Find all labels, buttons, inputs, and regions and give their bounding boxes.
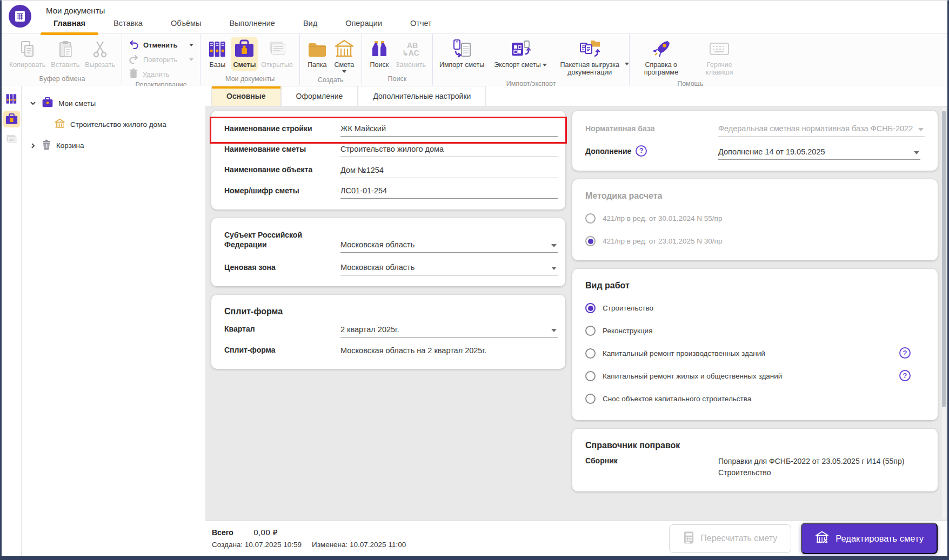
- card-calculation-method: Методика расчета 421/пр в ред. от 30.01.…: [572, 179, 938, 260]
- ribbon-group-search: Поиск AB↳AC Заменить Поиск: [362, 34, 432, 85]
- export-estimate-button[interactable]: Экспорт сметы: [492, 37, 549, 71]
- batch-export-button[interactable]: Пакетная выгрузка документации: [554, 37, 625, 79]
- export-dropdown-caret[interactable]: [543, 64, 547, 66]
- create-estimate-dropdown-caret[interactable]: [342, 70, 346, 73]
- paste-button[interactable]: Вставить: [49, 37, 82, 71]
- strip-opened-button[interactable]: [3, 131, 20, 148]
- work-type-option-demolition[interactable]: Снос объектов капитального строительства: [585, 394, 920, 404]
- method-option-1[interactable]: 421/пр в ред. от 30.01.2024 N 55/пр: [585, 213, 920, 224]
- help-icon[interactable]: ?: [899, 370, 911, 381]
- copy-button[interactable]: Копировать: [7, 37, 48, 71]
- method-option-2[interactable]: 421/пр в ред. от 23.01.2025 N 30/пр: [585, 236, 920, 246]
- tab-general[interactable]: Основные: [211, 86, 281, 106]
- help-icon[interactable]: ?: [636, 145, 647, 157]
- radio-checked-icon[interactable]: [585, 303, 596, 313]
- strip-bases-button[interactable]: [3, 90, 20, 107]
- normative-base-select: Федеральная сметная нормативная база ФСН…: [718, 124, 925, 137]
- group-caption-create: Создать: [304, 76, 357, 86]
- collection-label: Сборник: [585, 456, 718, 465]
- undo-dropdown-caret[interactable]: [189, 44, 193, 46]
- calculator-icon: [683, 531, 694, 546]
- replace-icon: AB↳AC: [402, 39, 419, 59]
- calculation-method-title: Методика расчета: [585, 191, 920, 201]
- menu-tab-main[interactable]: Главная: [39, 15, 99, 33]
- menu-tab-operations[interactable]: Операции: [331, 15, 396, 33]
- radio-icon[interactable]: [585, 371, 596, 381]
- menu-tab-view[interactable]: Вид: [289, 15, 331, 33]
- edit-estimate-button[interactable]: Редактировать смету: [801, 523, 938, 554]
- radio-icon[interactable]: [585, 213, 596, 224]
- app-header: Мои документы Главная Вставка Объёмы Вып…: [2, 1, 947, 33]
- ribbon-group-editing: Отменить Повторить Удалить Редактировани…: [122, 34, 201, 85]
- supplement-select[interactable]: Дополнение 14 от 19.05.2025: [718, 147, 920, 160]
- work-type-option-reconstruction[interactable]: Реконструкция: [585, 326, 920, 336]
- tree-item-my-estimates[interactable]: Мои сметы: [22, 92, 205, 114]
- bases-icon: [5, 92, 18, 105]
- about-button[interactable]: Справка о программе: [634, 37, 688, 79]
- recalculate-button[interactable]: Пересчитать смету: [669, 524, 791, 553]
- chevron-down-icon: [551, 267, 557, 270]
- split-form-label: Сплит-форма: [224, 345, 340, 358]
- subject-select[interactable]: Московская область: [340, 240, 558, 253]
- chevron-down-icon: [551, 244, 557, 247]
- estimates-button[interactable]: Сметы: [231, 37, 258, 71]
- total-value: 0,00 ₽: [253, 528, 278, 537]
- redo-dropdown-caret[interactable]: [189, 58, 193, 61]
- radio-icon[interactable]: [585, 348, 596, 359]
- app-title: Мои документы: [46, 6, 105, 15]
- replace-button[interactable]: AB↳AC Заменить: [393, 37, 428, 71]
- delete-button[interactable]: Удалить: [126, 68, 196, 80]
- radio-icon[interactable]: [585, 394, 596, 404]
- estimate-name-input[interactable]: Строительство жилого дома: [340, 145, 558, 157]
- radio-icon[interactable]: [585, 326, 596, 336]
- object-name-label: Наименование объекта: [224, 165, 340, 178]
- import-estimate-button[interactable]: Импорт сметы: [437, 37, 486, 71]
- help-icon[interactable]: ?: [899, 347, 911, 359]
- redo-button[interactable]: Повторить: [126, 53, 196, 66]
- estimate-code-input[interactable]: ЛС01-01-254: [340, 186, 558, 199]
- undo-button[interactable]: Отменить: [126, 38, 196, 51]
- card-corrections: Справочник поправок Сборник Поправки для…: [572, 429, 938, 491]
- estimate-name-label: Наименование сметы: [224, 144, 340, 157]
- group-caption-clipboard: Буфер обмена: [7, 75, 117, 85]
- chevron-down-icon[interactable]: [29, 100, 37, 106]
- tree-item-trash[interactable]: Корзина: [22, 135, 205, 156]
- binoculars-icon: [369, 39, 390, 59]
- cut-button[interactable]: Вырезать: [83, 37, 117, 71]
- create-estimate-button[interactable]: Смета: [331, 37, 357, 76]
- documents-icon: [5, 134, 18, 145]
- price-zone-select[interactable]: Московская область: [340, 263, 558, 275]
- menu-tab-execution[interactable]: Выполнение: [216, 15, 289, 33]
- menu-tab-report[interactable]: Отчет: [396, 15, 446, 33]
- briefcase-icon: [42, 97, 54, 110]
- tab-additional-settings[interactable]: Дополнительные настройки: [358, 86, 486, 106]
- group-caption-search: Поиск: [366, 75, 428, 85]
- search-button[interactable]: Поиск: [366, 37, 392, 71]
- bases-button[interactable]: Базы: [205, 37, 230, 71]
- vertical-scrollbar[interactable]: [942, 107, 946, 519]
- quarter-select[interactable]: 2 квартал 2025г.: [340, 325, 558, 338]
- work-type-option-construction[interactable]: Строительство: [585, 303, 920, 313]
- tab-appearance[interactable]: Оформление: [281, 86, 358, 106]
- opened-button[interactable]: Открытые: [259, 37, 295, 71]
- work-type-option-residential-repair[interactable]: Капитальный ремонт жилых и общественных …: [585, 371, 920, 381]
- strip-estimates-button[interactable]: [3, 111, 20, 127]
- create-folder-button[interactable]: Папка: [304, 37, 330, 71]
- scrollbar-thumb[interactable]: [942, 111, 946, 407]
- menu-tab-volumes[interactable]: Объёмы: [157, 15, 216, 33]
- hotkeys-button[interactable]: Горячие клавиши: [692, 37, 746, 79]
- ribbon-group-help: Справка о программе Горячие клавиши Помо…: [629, 34, 751, 85]
- undo-icon: [129, 39, 139, 51]
- chevron-down-icon: [551, 329, 557, 332]
- chevron-down-icon: [914, 151, 919, 154]
- work-type-option-industrial-repair[interactable]: Капитальный ремонт производственных здан…: [585, 348, 920, 359]
- construction-name-input[interactable]: ЖК Майский: [340, 124, 558, 137]
- documents-tree: Мои сметы Строительство жилого дома Корз…: [22, 86, 205, 556]
- content-area: Основные Оформление Дополнительные настр…: [205, 86, 947, 556]
- radio-checked-icon[interactable]: [585, 236, 596, 246]
- object-name-input[interactable]: Дом №1254: [340, 166, 558, 178]
- batch-export-dropdown-caret[interactable]: [625, 63, 629, 65]
- menu-tab-insert[interactable]: Вставка: [99, 15, 157, 33]
- chevron-right-icon[interactable]: [29, 143, 37, 149]
- tree-item-estimate[interactable]: Строительство жилого дома: [22, 114, 205, 135]
